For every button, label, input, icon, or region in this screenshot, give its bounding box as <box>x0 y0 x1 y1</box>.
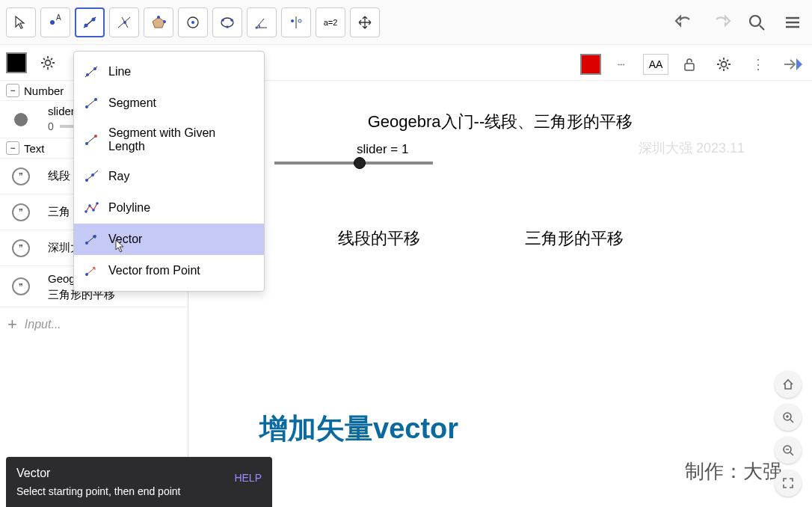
visibility-toggle[interactable]: ❞ <box>12 168 30 185</box>
svg-text:A: A <box>56 14 61 22</box>
main-toolbar: A a=2 <box>0 0 812 45</box>
slider-thumb[interactable] <box>354 157 366 169</box>
dd-label: Ray <box>108 170 129 183</box>
lock-button[interactable] <box>676 51 703 78</box>
line-style-button[interactable]: ┄ <box>609 51 636 78</box>
graphics-view[interactable]: Geogebra入门--线段、三角形的平移 slider = 1 深圳大强 20… <box>188 81 812 507</box>
svg-point-45 <box>85 179 88 182</box>
tool-perpendicular[interactable] <box>109 7 139 37</box>
search-button[interactable] <box>743 9 770 36</box>
search-icon <box>747 13 766 32</box>
cursor-icon <box>13 15 28 30</box>
conic-icon <box>219 14 236 31</box>
ray-icon <box>83 168 99 185</box>
svg-line-41 <box>87 136 96 144</box>
visibility-toggle[interactable] <box>14 113 28 126</box>
segment-icon <box>83 95 99 111</box>
vector-point-icon <box>83 262 99 279</box>
tool-circle[interactable] <box>178 7 208 37</box>
dd-segment[interactable]: Segment <box>74 87 264 119</box>
canvas-annotation: 增加矢量vector <box>259 410 458 448</box>
canvas-watermark: 深圳大强 2023.11 <box>639 139 745 157</box>
angle-icon <box>253 14 270 31</box>
svg-point-25 <box>46 60 51 65</box>
svg-point-40 <box>94 98 97 101</box>
tool-line[interactable] <box>75 7 105 37</box>
svg-point-0 <box>50 20 55 25</box>
point-icon: A <box>47 14 64 31</box>
tool-slider[interactable]: a=2 <box>316 7 345 37</box>
visibility-toggle[interactable]: ❞ <box>12 277 30 295</box>
svg-point-42 <box>85 142 88 145</box>
group-text-label: Text <box>24 142 45 155</box>
svg-point-50 <box>96 202 99 205</box>
add-button[interactable]: + <box>7 315 17 334</box>
undo-button[interactable] <box>671 9 698 36</box>
svg-point-49 <box>92 209 95 212</box>
visibility-toggle[interactable]: ❞ <box>12 239 30 257</box>
tool-polygon[interactable] <box>144 7 173 37</box>
svg-point-53 <box>93 235 96 238</box>
line-icon <box>81 14 98 31</box>
algebra-color-picker[interactable] <box>6 52 27 73</box>
menu-button[interactable] <box>779 9 806 36</box>
dd-vector[interactable]: Vector <box>74 224 264 255</box>
svg-point-27 <box>722 62 727 67</box>
graphics-color-picker[interactable] <box>580 54 601 75</box>
dd-label: Line <box>108 65 131 79</box>
tool-transform[interactable] <box>281 7 311 37</box>
zoom-in-icon <box>781 411 795 424</box>
dd-polyline[interactable]: Polyline <box>74 192 264 224</box>
home-button[interactable] <box>775 371 802 398</box>
tool-point[interactable]: A <box>40 7 70 37</box>
tool-move-view[interactable] <box>350 7 380 37</box>
svg-point-37 <box>93 67 96 70</box>
dd-line[interactable]: Line <box>74 56 264 87</box>
zoom-in-button[interactable] <box>775 404 802 431</box>
tooltip-help-link[interactable]: HELP <box>234 464 262 484</box>
text-content: 三角 <box>48 205 70 219</box>
floating-buttons <box>775 371 802 497</box>
pan-icon <box>357 14 373 31</box>
segment-length-icon <box>83 132 99 148</box>
tool-conic[interactable] <box>212 7 242 37</box>
svg-point-36 <box>86 73 89 76</box>
svg-line-33 <box>790 452 793 455</box>
dd-segment-length[interactable]: Segment with Given Length <box>74 119 264 161</box>
dd-vector-from-point[interactable]: Vector from Point <box>74 255 264 286</box>
svg-point-8 <box>157 16 160 19</box>
home-icon <box>781 378 795 391</box>
tool-tooltip: Vector Select starting point, then end p… <box>6 457 272 507</box>
svg-point-13 <box>221 19 224 22</box>
dd-label: Vector <box>108 233 142 246</box>
algebra-settings[interactable] <box>34 49 61 76</box>
collapse-number[interactable]: − <box>6 84 19 97</box>
text-size-button[interactable]: AA <box>643 54 668 75</box>
svg-point-48 <box>88 204 91 207</box>
svg-point-7 <box>123 21 126 24</box>
polygon-icon <box>150 14 167 31</box>
fullscreen-button[interactable] <box>775 470 802 497</box>
visibility-toggle[interactable]: ❞ <box>12 203 30 221</box>
tool-angle[interactable] <box>247 7 277 37</box>
canvas-slider-label: slider = 1 <box>357 142 408 157</box>
svg-point-46 <box>91 173 94 176</box>
canvas-title: Geogebra入门--线段、三角形的平移 <box>368 111 633 133</box>
graphics-settings[interactable] <box>710 51 737 78</box>
tooltip-desc: Select starting point, then end point <box>16 485 180 497</box>
collapse-text[interactable]: − <box>6 141 19 155</box>
redo-button[interactable] <box>707 9 734 36</box>
slider-min: 0 <box>48 120 54 132</box>
graphics-stylebar: ┄ AA ⋮ <box>580 51 806 78</box>
tool-move[interactable] <box>6 7 36 37</box>
line-tool-dropdown: Line Segment Segment with Given Length R… <box>73 51 265 292</box>
graphics-more[interactable]: ⋮ <box>745 51 772 78</box>
line-icon <box>83 64 99 80</box>
close-stylebar[interactable] <box>779 51 806 78</box>
dd-ray[interactable]: Ray <box>74 161 264 192</box>
canvas-slider[interactable] <box>274 162 433 165</box>
input-row[interactable]: + Input... <box>0 307 188 342</box>
zoom-out-button[interactable] <box>775 437 802 464</box>
lock-icon <box>683 57 696 72</box>
svg-point-11 <box>191 21 194 24</box>
